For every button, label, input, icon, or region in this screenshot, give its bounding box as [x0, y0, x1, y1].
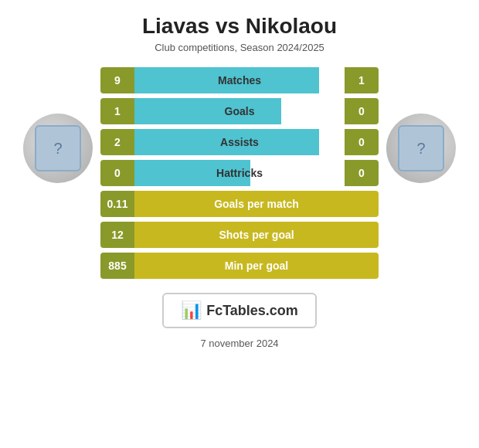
stat-bar-min-per-goal: Min per goal	[134, 253, 379, 279]
logo-icon: 📊	[181, 300, 202, 321]
stat-bar-matches: Matches	[134, 67, 345, 93]
left-avatar-inner: ?	[35, 125, 81, 171]
logo-text: FcTables.com	[206, 303, 298, 319]
main-content: ? 9Matches11Goals02Assists00Hattricks00.…	[0, 67, 479, 279]
stat-row-hattricks: 0Hattricks0	[100, 160, 379, 186]
stat-row-goals-per-match: 0.11Goals per match	[100, 191, 379, 217]
stat-label-goals: Goals	[225, 105, 255, 117]
right-avatar-placeholder: ?	[416, 140, 425, 158]
stat-bar-goals: Goals	[134, 98, 345, 124]
stat-label-assists: Assists	[220, 136, 259, 148]
left-avatar: ?	[23, 114, 93, 183]
stat-bar-goals-per-match: Goals per match	[134, 191, 379, 217]
stat-left-min-per-goal: 885	[100, 253, 134, 279]
right-avatar-inner: ?	[398, 125, 444, 171]
stat-bar-hattricks: Hattricks	[134, 160, 345, 186]
stat-left-hattricks: 0	[100, 160, 134, 186]
stat-row-min-per-goal: 885Min per goal	[100, 253, 379, 279]
stat-bar-assists: Assists	[134, 129, 345, 155]
stat-right-goals: 0	[345, 98, 379, 124]
stat-row-goals: 1Goals0	[100, 98, 379, 124]
stat-left-matches: 9	[100, 67, 134, 93]
stat-label-shots-per-goal: Shots per goal	[219, 229, 294, 241]
stat-right-matches: 1	[345, 67, 379, 93]
stat-label-goals-per-match: Goals per match	[214, 198, 299, 210]
stat-label-min-per-goal: Min per goal	[225, 260, 288, 272]
page-title: Liavas vs Nikolaou	[142, 14, 337, 39]
stat-right-hattricks: 0	[345, 160, 379, 186]
page-subtitle: Club competitions, Season 2024/2025	[155, 42, 324, 53]
right-avatar: ?	[386, 114, 456, 183]
stat-row-matches: 9Matches1	[100, 67, 379, 93]
page: Liavas vs Nikolaou Club competitions, Se…	[0, 0, 479, 448]
stat-label-matches: Matches	[218, 74, 261, 87]
stat-left-shots-per-goal: 12	[100, 222, 134, 248]
stat-left-assists: 2	[100, 129, 134, 155]
stat-bar-fill-goals	[134, 98, 281, 124]
stat-label-hattricks: Hattricks	[216, 167, 263, 179]
stat-bar-shots-per-goal: Shots per goal	[134, 222, 379, 248]
left-avatar-placeholder: ?	[53, 140, 62, 158]
logo-box: 📊 FcTables.com	[162, 293, 317, 328]
stats-table: 9Matches11Goals02Assists00Hattricks00.11…	[100, 67, 379, 279]
date-label: 7 november 2024	[200, 338, 278, 349]
stat-right-assists: 0	[345, 129, 379, 155]
stat-left-goals: 1	[100, 98, 134, 124]
stat-row-shots-per-goal: 12Shots per goal	[100, 222, 379, 248]
stat-row-assists: 2Assists0	[100, 129, 379, 155]
stat-left-goals-per-match: 0.11	[100, 191, 134, 217]
